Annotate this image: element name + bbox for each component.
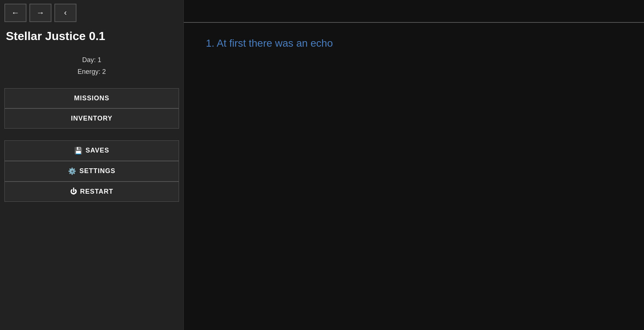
restart-button[interactable]: ⏻ RESTART — [4, 182, 179, 202]
story-entry: 1. At first there was an echo — [184, 23, 644, 64]
saves-label: SAVES — [86, 147, 110, 154]
inventory-label: INVENTORY — [71, 115, 112, 122]
secondary-menu: 💾 SAVES ⚙️ SETTINGS ⏻ RESTART — [4, 140, 179, 202]
collapse-button[interactable]: ‹ — [54, 4, 76, 22]
restart-icon: ⏻ — [70, 188, 77, 196]
game-title: Stellar Justice 0.1 — [0, 26, 183, 50]
settings-icon: ⚙️ — [68, 167, 76, 175]
back-button[interactable]: ← — [4, 4, 26, 22]
primary-menu: MISSIONS INVENTORY — [4, 88, 179, 129]
settings-button[interactable]: ⚙️ SETTINGS — [4, 161, 179, 182]
stats-area: Day: 1 Energy: 2 — [0, 50, 183, 85]
sidebar: ← → ‹ Stellar Justice 0.1 Day: 1 Energy:… — [0, 0, 184, 330]
missions-button[interactable]: MISSIONS — [4, 88, 179, 108]
inventory-button[interactable]: INVENTORY — [4, 108, 179, 129]
saves-icon: 💾 — [74, 147, 83, 155]
day-stat: Day: 1 — [0, 54, 183, 66]
missions-label: MISSIONS — [74, 94, 109, 102]
energy-stat: Energy: 2 — [0, 66, 183, 78]
forward-button[interactable]: → — [29, 4, 51, 22]
saves-button[interactable]: 💾 SAVES — [4, 140, 179, 161]
back-arrow-icon: ← — [11, 8, 19, 18]
nav-buttons: ← → ‹ — [0, 0, 183, 26]
restart-label: RESTART — [80, 188, 114, 196]
forward-arrow-icon: → — [36, 8, 44, 18]
content-area: 1. At first there was an echo — [184, 0, 644, 330]
settings-label: SETTINGS — [79, 167, 115, 175]
collapse-icon: ‹ — [64, 8, 67, 18]
